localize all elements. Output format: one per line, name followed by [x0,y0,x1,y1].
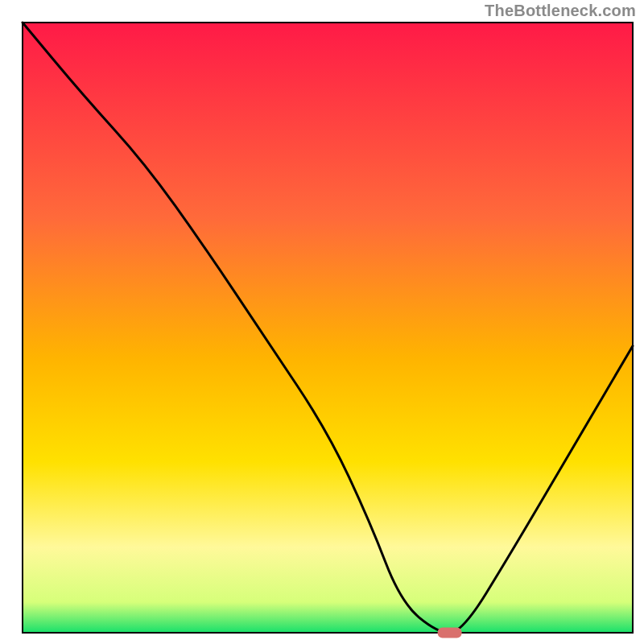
plot-background [23,23,633,633]
chart-svg [0,0,644,644]
optimum-marker [438,628,462,638]
chart-frame: TheBottleneck.com [0,0,644,644]
